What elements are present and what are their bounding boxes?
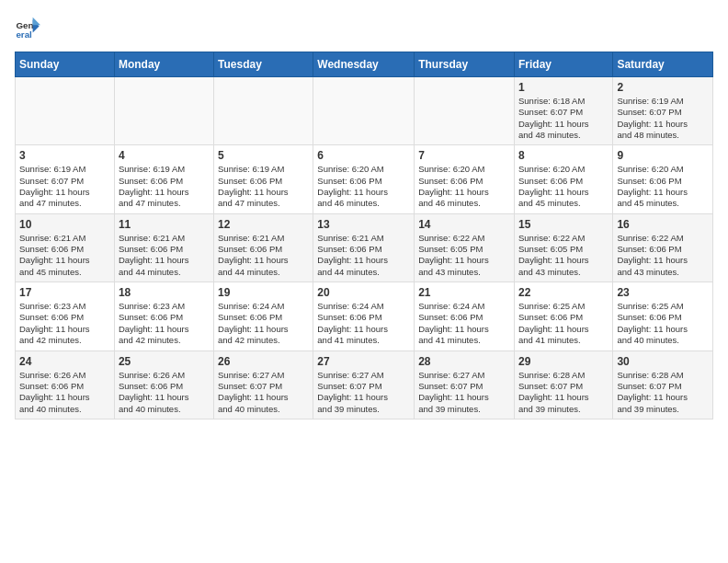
day-number: 18 — [119, 286, 210, 299]
day-number: 26 — [218, 355, 309, 368]
logo: Gen eral — [15, 15, 44, 40]
day-info: Sunrise: 6:27 AM Sunset: 6:07 PM Dayligh… — [218, 370, 309, 415]
day-number: 12 — [218, 218, 309, 231]
calendar-cell: 26Sunrise: 6:27 AM Sunset: 6:07 PM Dayli… — [214, 350, 313, 419]
day-number: 9 — [617, 149, 709, 162]
calendar-week-4: 17Sunrise: 6:23 AM Sunset: 6:06 PM Dayli… — [16, 282, 713, 350]
day-info: Sunrise: 6:21 AM Sunset: 6:06 PM Dayligh… — [317, 233, 410, 278]
day-info: Sunrise: 6:21 AM Sunset: 6:06 PM Dayligh… — [119, 233, 210, 278]
day-number: 3 — [19, 149, 110, 162]
calendar-cell — [313, 77, 415, 145]
calendar-cell: 9Sunrise: 6:20 AM Sunset: 6:06 PM Daylig… — [613, 145, 713, 213]
day-info: Sunrise: 6:19 AM Sunset: 6:07 PM Dayligh… — [617, 96, 709, 141]
day-info: Sunrise: 6:26 AM Sunset: 6:06 PM Dayligh… — [119, 370, 210, 415]
day-number: 16 — [617, 218, 709, 231]
day-number: 28 — [418, 355, 510, 368]
calendar-cell: 8Sunrise: 6:20 AM Sunset: 6:06 PM Daylig… — [514, 145, 612, 213]
day-info: Sunrise: 6:20 AM Sunset: 6:06 PM Dayligh… — [317, 164, 410, 209]
day-number: 17 — [19, 286, 110, 299]
day-number: 30 — [617, 355, 709, 368]
svg-marker-3 — [33, 17, 40, 25]
calendar-week-3: 10Sunrise: 6:21 AM Sunset: 6:06 PM Dayli… — [16, 213, 713, 282]
day-info: Sunrise: 6:25 AM Sunset: 6:06 PM Dayligh… — [518, 301, 609, 346]
calendar-cell: 22Sunrise: 6:25 AM Sunset: 6:06 PM Dayli… — [514, 282, 612, 350]
day-number: 2 — [617, 81, 709, 94]
calendar-cell: 6Sunrise: 6:20 AM Sunset: 6:06 PM Daylig… — [313, 145, 415, 213]
calendar-cell: 25Sunrise: 6:26 AM Sunset: 6:06 PM Dayli… — [114, 350, 213, 419]
day-number: 27 — [317, 355, 410, 368]
day-info: Sunrise: 6:23 AM Sunset: 6:06 PM Dayligh… — [119, 301, 210, 346]
day-number: 20 — [317, 286, 410, 299]
day-number: 15 — [518, 218, 609, 231]
calendar-cell: 29Sunrise: 6:28 AM Sunset: 6:07 PM Dayli… — [514, 350, 612, 419]
calendar-cell: 5Sunrise: 6:19 AM Sunset: 6:06 PM Daylig… — [214, 145, 313, 213]
day-info: Sunrise: 6:22 AM Sunset: 6:06 PM Dayligh… — [617, 233, 709, 278]
svg-text:eral: eral — [16, 29, 32, 40]
day-number: 24 — [19, 355, 110, 368]
day-number: 19 — [218, 286, 309, 299]
day-info: Sunrise: 6:24 AM Sunset: 6:06 PM Dayligh… — [317, 301, 410, 346]
day-number: 1 — [518, 81, 609, 94]
day-number: 11 — [119, 218, 210, 231]
calendar-header-row: SundayMondayTuesdayWednesdayThursdayFrid… — [16, 52, 713, 77]
calendar-header-sunday: Sunday — [16, 52, 115, 77]
day-info: Sunrise: 6:19 AM Sunset: 6:06 PM Dayligh… — [218, 164, 309, 209]
day-number: 6 — [317, 149, 410, 162]
day-number: 5 — [218, 149, 309, 162]
calendar-header-friday: Friday — [514, 52, 612, 77]
calendar-header-tuesday: Tuesday — [214, 52, 313, 77]
calendar-header-wednesday: Wednesday — [313, 52, 415, 77]
day-info: Sunrise: 6:19 AM Sunset: 6:07 PM Dayligh… — [19, 164, 110, 209]
day-number: 8 — [518, 149, 609, 162]
day-number: 22 — [518, 286, 609, 299]
calendar-cell — [415, 77, 515, 145]
calendar-cell — [214, 77, 313, 145]
calendar-cell — [114, 77, 213, 145]
day-info: Sunrise: 6:27 AM Sunset: 6:07 PM Dayligh… — [418, 370, 510, 415]
day-info: Sunrise: 6:25 AM Sunset: 6:06 PM Dayligh… — [617, 301, 709, 346]
calendar-cell: 12Sunrise: 6:21 AM Sunset: 6:06 PM Dayli… — [214, 213, 313, 282]
calendar-week-1: 1Sunrise: 6:18 AM Sunset: 6:07 PM Daylig… — [16, 77, 713, 145]
calendar-cell: 4Sunrise: 6:19 AM Sunset: 6:06 PM Daylig… — [114, 145, 213, 213]
day-info: Sunrise: 6:21 AM Sunset: 6:06 PM Dayligh… — [218, 233, 309, 278]
day-info: Sunrise: 6:27 AM Sunset: 6:07 PM Dayligh… — [317, 370, 410, 415]
day-number: 13 — [317, 218, 410, 231]
day-number: 25 — [119, 355, 210, 368]
day-number: 23 — [617, 286, 709, 299]
day-info: Sunrise: 6:20 AM Sunset: 6:06 PM Dayligh… — [518, 164, 609, 209]
calendar-cell — [16, 77, 115, 145]
calendar-cell: 15Sunrise: 6:22 AM Sunset: 6:05 PM Dayli… — [514, 213, 612, 282]
day-number: 29 — [518, 355, 609, 368]
calendar-header-monday: Monday — [114, 52, 213, 77]
calendar-cell: 1Sunrise: 6:18 AM Sunset: 6:07 PM Daylig… — [514, 77, 612, 145]
calendar-cell: 17Sunrise: 6:23 AM Sunset: 6:06 PM Dayli… — [16, 282, 115, 350]
day-info: Sunrise: 6:28 AM Sunset: 6:07 PM Dayligh… — [617, 370, 709, 415]
day-info: Sunrise: 6:24 AM Sunset: 6:06 PM Dayligh… — [418, 301, 510, 346]
day-info: Sunrise: 6:22 AM Sunset: 6:05 PM Dayligh… — [518, 233, 609, 278]
calendar-cell: 2Sunrise: 6:19 AM Sunset: 6:07 PM Daylig… — [613, 77, 713, 145]
calendar-cell: 13Sunrise: 6:21 AM Sunset: 6:06 PM Dayli… — [313, 213, 415, 282]
calendar-cell: 7Sunrise: 6:20 AM Sunset: 6:06 PM Daylig… — [415, 145, 515, 213]
calendar-cell: 23Sunrise: 6:25 AM Sunset: 6:06 PM Dayli… — [613, 282, 713, 350]
calendar-cell: 24Sunrise: 6:26 AM Sunset: 6:06 PM Dayli… — [16, 350, 115, 419]
calendar-cell: 14Sunrise: 6:22 AM Sunset: 6:05 PM Dayli… — [415, 213, 515, 282]
day-info: Sunrise: 6:18 AM Sunset: 6:07 PM Dayligh… — [518, 96, 609, 141]
day-info: Sunrise: 6:21 AM Sunset: 6:06 PM Dayligh… — [19, 233, 110, 278]
calendar-week-2: 3Sunrise: 6:19 AM Sunset: 6:07 PM Daylig… — [16, 145, 713, 213]
calendar-cell: 28Sunrise: 6:27 AM Sunset: 6:07 PM Dayli… — [415, 350, 515, 419]
day-number: 4 — [119, 149, 210, 162]
day-info: Sunrise: 6:28 AM Sunset: 6:07 PM Dayligh… — [518, 370, 609, 415]
calendar-cell: 10Sunrise: 6:21 AM Sunset: 6:06 PM Dayli… — [16, 213, 115, 282]
calendar-cell: 18Sunrise: 6:23 AM Sunset: 6:06 PM Dayli… — [114, 282, 213, 350]
calendar-cell: 30Sunrise: 6:28 AM Sunset: 6:07 PM Dayli… — [613, 350, 713, 419]
day-number: 7 — [418, 149, 510, 162]
day-info: Sunrise: 6:22 AM Sunset: 6:05 PM Dayligh… — [418, 233, 510, 278]
calendar-cell: 21Sunrise: 6:24 AM Sunset: 6:06 PM Dayli… — [415, 282, 515, 350]
day-info: Sunrise: 6:23 AM Sunset: 6:06 PM Dayligh… — [19, 301, 110, 346]
calendar-week-5: 24Sunrise: 6:26 AM Sunset: 6:06 PM Dayli… — [16, 350, 713, 419]
calendar-header-saturday: Saturday — [613, 52, 713, 77]
calendar-cell: 19Sunrise: 6:24 AM Sunset: 6:06 PM Dayli… — [214, 282, 313, 350]
day-number: 10 — [19, 218, 110, 231]
page-header: Gen eral — [15, 15, 713, 40]
calendar-cell: 16Sunrise: 6:22 AM Sunset: 6:06 PM Dayli… — [613, 213, 713, 282]
